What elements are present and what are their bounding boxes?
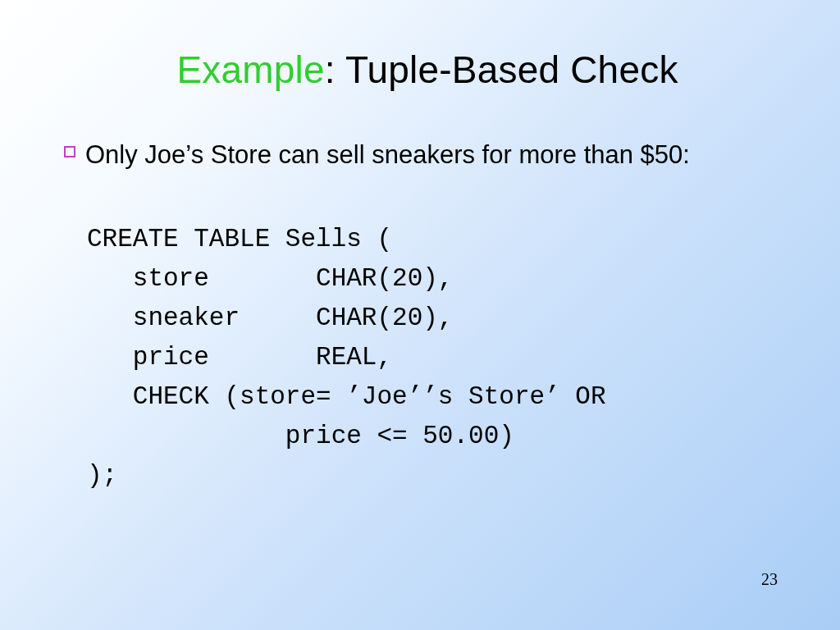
bullet-item: Only Joe’s Store can sell sneakers for m… [64,138,791,172]
slide: Example: Tuple-Based Check Only Joe’s St… [0,0,840,630]
code-line: sneaker CHAR(20), [87,304,453,332]
page-number: 23 [761,570,778,589]
bullet-icon [64,146,75,158]
slide-title: Example: Tuple-Based Check [64,48,791,92]
title-accent: Example [176,48,324,91]
code-line: CHECK (store= ’Joe’’s Store’ OR [87,382,606,411]
bullet-text: Only Joe’s Store can sell sneakers for m… [85,138,690,172]
code-line: price <= 50.00) [87,422,514,450]
code-line: price REAL, [87,343,392,372]
title-rest: : Tuple-Based Check [325,48,678,91]
code-line: ); [87,461,117,490]
code-line: store CHAR(20), [87,264,453,293]
code-line: CREATE TABLE Sells ( [87,225,392,253]
code-block: CREATE TABLE Sells ( store CHAR(20), sne… [87,180,791,495]
